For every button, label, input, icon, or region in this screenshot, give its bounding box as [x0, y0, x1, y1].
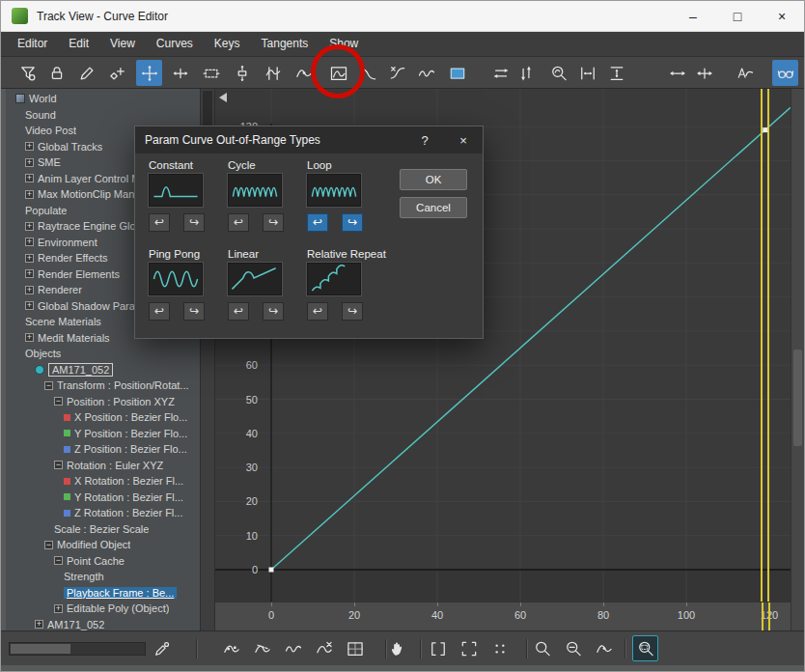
apply-in-button[interactable]: ↩	[307, 213, 328, 232]
simplify-curve-button[interactable]	[291, 60, 317, 86]
track-item[interactable]: −Rotation : Euler XYZ	[6, 458, 200, 474]
ok-button[interactable]: OK	[400, 169, 467, 190]
dialog-help-button[interactable]: ?	[405, 126, 444, 154]
apply-in-button[interactable]: ↩	[228, 213, 249, 232]
collapse-icon[interactable]: −	[54, 397, 63, 406]
scale-keys-button[interactable]	[198, 60, 224, 86]
param-curve-out-of-range-button[interactable]	[325, 60, 351, 86]
expand-icon[interactable]: +	[25, 254, 34, 263]
keys-curve-button[interactable]	[218, 635, 244, 661]
track-item[interactable]: X Rotation : Bezier Fl...	[6, 473, 200, 490]
collapse-icon[interactable]: −	[44, 381, 53, 390]
graph-horizontal-scrollbar-thumb[interactable]	[11, 644, 70, 654]
track-item[interactable]: Z Rotation : Bezier Fl...	[6, 505, 200, 521]
expand-icon[interactable]: +	[25, 174, 34, 182]
track-item[interactable]: AM171_052	[6, 362, 200, 378]
apply-in-button[interactable]: ↩	[228, 302, 249, 321]
apply-in-button[interactable]: ↩	[149, 213, 170, 232]
expand-range-button[interactable]	[664, 60, 690, 86]
track-item[interactable]: Y Position : Bezier Flo...	[6, 426, 200, 442]
zoom-region-button[interactable]	[632, 635, 658, 661]
graph-vertical-scrollbar-thumb[interactable]	[793, 350, 802, 446]
menu-edit[interactable]: Edit	[58, 32, 99, 56]
tangent-line-button[interactable]	[249, 635, 275, 661]
filters-button[interactable]	[14, 60, 41, 86]
draw-keys-button[interactable]	[149, 635, 175, 661]
wave-grid-button[interactable]	[342, 635, 368, 661]
track-item[interactable]: −Modified Object	[6, 537, 200, 553]
lock-selection-button[interactable]	[43, 60, 69, 86]
expand-range-hold-button[interactable]	[691, 60, 717, 86]
expand-icon[interactable]: +	[54, 604, 63, 613]
titlebar[interactable]: Track View - Curve Editor – □ ×	[1, 1, 804, 32]
frame-corners-button[interactable]	[456, 635, 482, 661]
cancel-button[interactable]: Cancel	[400, 197, 467, 218]
zoom-horizontal-button[interactable]	[560, 635, 586, 661]
frame-value-extents-button[interactable]	[603, 60, 629, 86]
slide-keys-button[interactable]	[167, 60, 193, 86]
apply-out-button[interactable]: ↪	[183, 213, 205, 232]
menu-editor[interactable]: Editor	[7, 32, 58, 56]
track-item[interactable]: −Point Cache	[6, 553, 200, 570]
retime-button[interactable]	[260, 60, 286, 86]
menu-keys[interactable]: Keys	[204, 32, 251, 56]
track-item[interactable]: Strength	[6, 569, 200, 585]
auto-frame-button[interactable]	[732, 60, 758, 86]
collapse-icon[interactable]: −	[54, 556, 63, 565]
zoom-wave-button[interactable]	[591, 635, 617, 661]
time-slider-marker[interactable]	[768, 602, 770, 630]
apply-out-button[interactable]: ↪	[183, 302, 205, 321]
draw-curves-button[interactable]	[73, 60, 99, 86]
track-item[interactable]: −Position : Position XYZ	[6, 394, 200, 410]
track-item[interactable]: −Transform : Position/Rotat...	[6, 378, 200, 394]
tree-scrollbar-thumb[interactable]	[203, 91, 212, 127]
zoom-button[interactable]	[529, 635, 555, 661]
expand-icon[interactable]: +	[25, 238, 34, 246]
multiplier-curve-button[interactable]	[384, 60, 410, 86]
buffer-curves-button[interactable]	[444, 60, 470, 86]
expand-icon[interactable]: +	[25, 269, 34, 278]
additive-curve-button[interactable]	[413, 60, 439, 86]
expand-icon[interactable]: +	[25, 142, 34, 151]
track-item[interactable]: World	[6, 91, 200, 107]
add-keys-button[interactable]	[104, 60, 130, 86]
frame-brackets-button[interactable]	[425, 635, 451, 661]
expand-icon[interactable]: +	[25, 222, 34, 231]
apply-out-button[interactable]: ↪	[263, 213, 284, 232]
graph-vertical-scrollbar[interactable]	[791, 89, 804, 630]
expand-icon[interactable]: +	[25, 190, 34, 199]
time-ruler[interactable]: 020406080100120	[215, 602, 791, 630]
expand-icon[interactable]: +	[25, 286, 34, 294]
track-item[interactable]: Z Position : Bezier Flo...	[6, 441, 200, 458]
time-slider-marker[interactable]	[762, 602, 763, 630]
expand-icon[interactable]: +	[25, 158, 34, 167]
track-item[interactable]: Sound	[6, 107, 200, 124]
move-keys-button[interactable]	[136, 60, 162, 86]
frame-horizontal-extents-button[interactable]	[574, 60, 600, 86]
zoom-curve-button[interactable]	[545, 60, 571, 86]
apply-in-button[interactable]: ↩	[149, 302, 170, 321]
expand-icon[interactable]: +	[25, 301, 34, 310]
track-item[interactable]: Playback Frame : Be...	[6, 585, 200, 602]
expand-icon[interactable]: +	[35, 620, 43, 629]
track-item[interactable]: Objects	[6, 346, 200, 362]
curve-view-mode-button[interactable]	[772, 60, 798, 86]
menu-tangents[interactable]: Tangents	[251, 32, 319, 56]
apply-out-button[interactable]: ↪	[342, 302, 363, 321]
dialog-close-button[interactable]: ×	[444, 126, 483, 154]
maximize-button[interactable]: □	[715, 1, 760, 31]
curve-key[interactable]	[269, 568, 274, 573]
curve-key[interactable]	[763, 127, 767, 132]
collapse-icon[interactable]: −	[44, 541, 53, 549]
stack-keys-button[interactable]	[513, 60, 539, 86]
expand-icon[interactable]: +	[25, 333, 34, 342]
apply-out-button[interactable]: ↪	[263, 302, 284, 321]
menu-show[interactable]: Show	[319, 32, 369, 56]
track-item[interactable]: Scale : Bezier Scale	[6, 521, 200, 538]
offset-keys-button[interactable]	[487, 60, 514, 86]
apply-in-button[interactable]: ↩	[307, 302, 328, 321]
track-item[interactable]: +Editable Poly (Object)	[6, 601, 200, 617]
close-button[interactable]: ×	[760, 1, 804, 31]
track-item[interactable]: Y Rotation : Bezier Fl...	[6, 490, 200, 506]
graph-horizontal-scrollbar[interactable]	[9, 642, 146, 656]
